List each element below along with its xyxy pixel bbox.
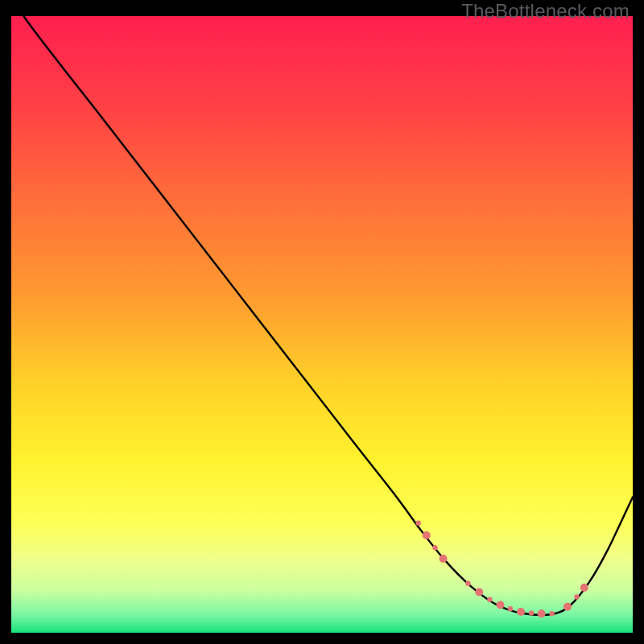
gradient-background (11, 16, 633, 633)
highlight-dot (423, 531, 431, 539)
highlight-dot (432, 545, 437, 550)
highlight-dot (529, 610, 534, 615)
highlight-dot (580, 584, 588, 592)
highlight-dot (508, 606, 513, 611)
bottleneck-chart (11, 16, 633, 633)
highlight-dot (475, 588, 483, 596)
highlight-dot (465, 581, 470, 586)
highlight-dot (440, 555, 448, 563)
highlight-dot (497, 601, 505, 609)
highlight-dot (564, 603, 572, 611)
highlight-dot (487, 597, 492, 601)
watermark-text: TheBottleneck.com (461, 0, 630, 23)
highlight-dot (517, 608, 525, 616)
highlight-dot (549, 611, 554, 616)
highlight-dot (415, 520, 420, 525)
highlight-dot (574, 594, 579, 599)
highlight-dot (538, 609, 546, 617)
